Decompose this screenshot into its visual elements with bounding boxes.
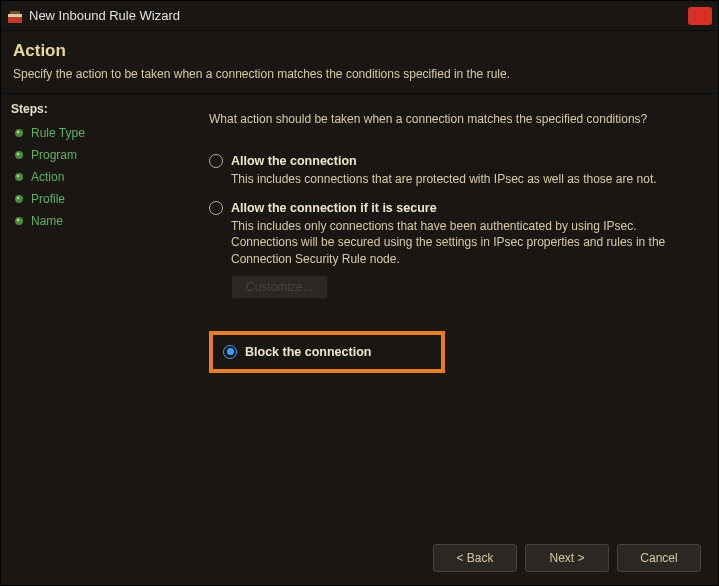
step-label: Action	[31, 170, 64, 184]
option-description: This includes only connections that have…	[231, 218, 671, 267]
bullet-icon	[13, 171, 25, 183]
bullet-icon	[13, 149, 25, 161]
option-label: Allow the connection	[231, 154, 357, 168]
option-label: Allow the connection if it is secure	[231, 201, 437, 215]
step-label: Program	[31, 148, 77, 162]
radio-allow[interactable]	[209, 154, 223, 168]
customize-button: Customize...	[231, 275, 328, 299]
radio-allow-secure[interactable]	[209, 201, 223, 215]
step-program[interactable]: Program	[11, 144, 191, 166]
svg-point-12	[17, 219, 20, 222]
content-area: Steps: Rule Type Program Action	[1, 94, 718, 586]
svg-point-4	[17, 131, 20, 134]
option-description: This includes connections that are prote…	[231, 171, 671, 187]
option-block[interactable]: Block the connection	[223, 345, 371, 359]
svg-point-8	[17, 175, 20, 178]
back-button[interactable]: < Back	[433, 544, 517, 572]
svg-point-10	[17, 197, 20, 200]
cancel-button[interactable]: Cancel	[617, 544, 701, 572]
step-label: Rule Type	[31, 126, 85, 140]
page-description: Specify the action to be taken when a co…	[13, 67, 706, 81]
svg-rect-1	[8, 14, 22, 17]
page-title: Action	[13, 41, 706, 61]
svg-rect-2	[10, 11, 20, 14]
option-allow[interactable]: Allow the connection This includes conne…	[209, 154, 690, 187]
bullet-icon	[13, 215, 25, 227]
option-header: Allow the connection	[209, 154, 690, 168]
svg-point-3	[15, 129, 23, 137]
step-action[interactable]: Action	[11, 166, 191, 188]
option-header: Allow the connection if it is secure	[209, 201, 690, 215]
app-icon	[7, 8, 23, 24]
steps-heading: Steps:	[11, 102, 191, 116]
steps-pane: Steps: Rule Type Program Action	[1, 94, 201, 586]
step-name[interactable]: Name	[11, 210, 191, 232]
wizard-window: New Inbound Rule Wizard Action Specify t…	[0, 0, 719, 586]
footer-buttons: < Back Next > Cancel	[433, 544, 701, 572]
svg-point-5	[15, 151, 23, 159]
next-button[interactable]: Next >	[525, 544, 609, 572]
svg-point-7	[15, 173, 23, 181]
option-allow-secure[interactable]: Allow the connection if it is secure Thi…	[209, 201, 690, 299]
bullet-icon	[13, 127, 25, 139]
step-label: Profile	[31, 192, 65, 206]
main-pane: What action should be taken when a conne…	[201, 94, 718, 586]
option-label: Block the connection	[245, 345, 371, 359]
option-header: Block the connection	[223, 345, 371, 359]
close-button[interactable]	[688, 7, 712, 25]
svg-point-11	[15, 217, 23, 225]
step-profile[interactable]: Profile	[11, 188, 191, 210]
highlighted-option: Block the connection	[209, 331, 445, 373]
bullet-icon	[13, 193, 25, 205]
page-header: Action Specify the action to be taken wh…	[1, 31, 718, 94]
step-label: Name	[31, 214, 63, 228]
svg-point-6	[17, 153, 20, 156]
svg-point-9	[15, 195, 23, 203]
titlebar: New Inbound Rule Wizard	[1, 1, 718, 31]
window-title: New Inbound Rule Wizard	[29, 8, 688, 23]
step-rule-type[interactable]: Rule Type	[11, 122, 191, 144]
radio-block[interactable]	[223, 345, 237, 359]
prompt-text: What action should be taken when a conne…	[209, 112, 690, 126]
